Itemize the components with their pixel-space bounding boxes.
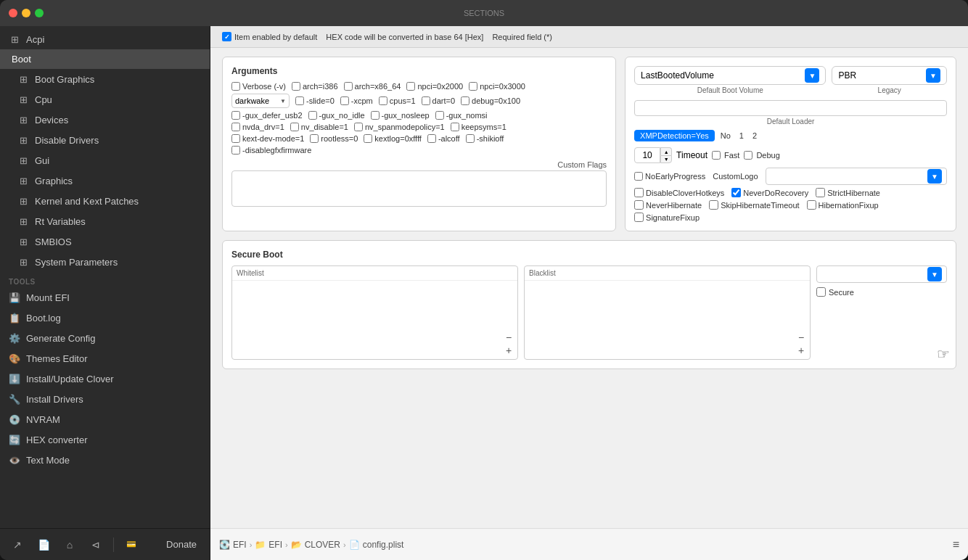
arg-slide[interactable]: -slide=0	[295, 96, 335, 105]
arg-gux-nosleep-checkbox[interactable]	[371, 111, 380, 120]
skip-hibernate-container[interactable]: SkipHibernateTimeout	[709, 200, 799, 210]
never-do-recovery-container[interactable]: NeverDoRecovery	[731, 188, 808, 197]
arg-kext-dev-mode-checkbox[interactable]	[231, 134, 240, 143]
arg-npci-3000[interactable]: npci=0x3000	[469, 82, 525, 91]
arg-shikioff-checkbox[interactable]	[466, 134, 475, 143]
sidebar-item-acpi[interactable]: Acpi	[0, 29, 210, 49]
arg-kext-dev-mode[interactable]: kext-dev-mode=1	[231, 134, 304, 143]
arg-arch-x86-64[interactable]: arch=x86_64	[344, 82, 401, 91]
sidebar-item-gui[interactable]: Gui	[0, 150, 210, 170]
arg-npci-2000[interactable]: npci=0x2000	[406, 82, 463, 91]
secure-type-arrow[interactable]: ▼	[927, 267, 942, 281]
sidebar-item-boot-graphics[interactable]: Boot Graphics	[0, 69, 210, 89]
xmp-detection-button[interactable]: XMPDetection=Yes	[634, 130, 715, 141]
pay-icon[interactable]: 💳	[120, 535, 143, 555]
arg-disablegfx-checkbox[interactable]	[231, 146, 240, 155]
debug-checkbox[interactable]	[744, 151, 752, 160]
sidebar-item-text-mode[interactable]: 👁️ Text Mode	[0, 450, 210, 470]
sidebar-item-boot-log[interactable]: 📋 Boot.log	[0, 308, 210, 328]
arg-cpus[interactable]: cpus=1	[379, 96, 416, 105]
sidebar-item-install-drivers[interactable]: 🔧 Install Drivers	[0, 389, 210, 409]
arg-alcoff[interactable]: -alcoff	[427, 134, 460, 143]
donate-button[interactable]: Donate	[159, 536, 204, 553]
arg-npci-3000-checkbox[interactable]	[469, 82, 477, 91]
xmp-no-button[interactable]: No	[718, 130, 734, 141]
secure-checkbox[interactable]	[816, 287, 826, 297]
item-enabled-checkbox[interactable]	[222, 32, 231, 41]
import-button[interactable]: 📄	[32, 535, 55, 555]
sidebar-item-disable-drivers[interactable]: Disable Drivers	[0, 130, 210, 150]
arg-gux-nomsi-checkbox[interactable]	[435, 111, 444, 120]
arg-gux-defer-checkbox[interactable]	[231, 111, 240, 120]
whitelist-remove-button[interactable]: −	[503, 332, 514, 343]
sidebar-item-kernel-kext[interactable]: Kernel and Kext Patches	[0, 191, 210, 211]
arg-gux-no-idle[interactable]: -gux_no_idle	[308, 111, 365, 120]
arg-debug-checkbox[interactable]	[461, 96, 469, 105]
arg-arch-i386[interactable]: arch=i386	[292, 82, 338, 91]
timeout-increment[interactable]: ▲	[660, 147, 672, 155]
arg-keepsyms[interactable]: keepsyms=1	[451, 123, 506, 131]
strict-hibernate-container[interactable]: StrictHibernate	[816, 188, 880, 197]
blacklist-add-button[interactable]: +	[795, 345, 807, 356]
arg-arch-x86-64-checkbox[interactable]	[344, 82, 353, 91]
export-button[interactable]: ↗	[6, 535, 29, 555]
timeout-input[interactable]	[634, 147, 660, 163]
signature-fixup-checkbox[interactable]	[634, 213, 644, 222]
breadcrumb-clover[interactable]: 📂 CLOVER	[291, 540, 340, 550]
arg-slide-checkbox[interactable]	[295, 96, 304, 105]
sidebar-item-nvram[interactable]: 💿 NVRAM	[0, 409, 210, 429]
arg-xcpm-checkbox[interactable]	[340, 96, 349, 105]
darkwake-select[interactable]: darkwake ▼	[231, 94, 290, 108]
timeout-decrement[interactable]: ▼	[660, 155, 672, 163]
blacklist-remove-button[interactable]: −	[795, 332, 807, 343]
arg-keepsyms-checkbox[interactable]	[451, 123, 459, 131]
sidebar-item-generate-config[interactable]: ⚙️ Generate Config	[0, 328, 210, 348]
breadcrumb-efi2[interactable]: 📁 EFI	[255, 540, 282, 550]
arg-nvda-drv[interactable]: nvda_drv=1	[231, 123, 284, 131]
arg-nv-disable-checkbox[interactable]	[290, 123, 299, 131]
signature-fixup-container[interactable]: SignatureFixup	[634, 213, 700, 222]
arg-shikioff[interactable]: -shikioff	[466, 134, 504, 143]
sidebar-item-mount-efi[interactable]: 💾 Mount EFI	[0, 287, 210, 308]
arg-cpus-checkbox[interactable]	[379, 96, 387, 105]
sidebar-item-devices[interactable]: Devices	[0, 110, 210, 130]
legacy-dropdown[interactable]: PBR ▼	[832, 66, 947, 85]
arg-npci-2000-checkbox[interactable]	[406, 82, 415, 91]
arg-gux-no-idle-checkbox[interactable]	[308, 111, 317, 120]
arg-xcpm[interactable]: -xcpm	[340, 96, 373, 105]
arg-debug[interactable]: debug=0x100	[461, 96, 520, 105]
arg-verbose-checkbox[interactable]	[231, 82, 240, 91]
arg-verbose[interactable]: Verbose (-v)	[231, 82, 286, 91]
breadcrumb-menu-button[interactable]: ≡	[953, 538, 959, 551]
disable-clover-hotkeys-container[interactable]: DisableCloverHotkeys	[634, 188, 724, 197]
never-hibernate-container[interactable]: NeverHibernate	[634, 200, 702, 210]
arg-gux-nomsi[interactable]: -gux_nomsi	[435, 111, 488, 120]
sidebar-item-boot[interactable]: Boot	[0, 49, 210, 69]
sidebar-item-system-parameters[interactable]: System Parameters	[0, 252, 210, 272]
sidebar-item-rt-variables[interactable]: Rt Variables	[0, 211, 210, 231]
never-hibernate-checkbox[interactable]	[634, 200, 644, 210]
default-boot-volume-arrow[interactable]: ▼	[805, 68, 819, 83]
sidebar-item-themes-editor[interactable]: 🎨 Themes Editor	[0, 348, 210, 368]
arg-dart[interactable]: dart=0	[422, 96, 456, 105]
fast-checkbox-container[interactable]: Fast	[712, 151, 739, 160]
arg-arch-i386-checkbox[interactable]	[292, 82, 300, 91]
custom-flags-input[interactable]	[231, 170, 607, 207]
arg-gux-defer[interactable]: -gux_defer_usb2	[231, 111, 303, 120]
arg-nv-spanmodepolicy-checkbox[interactable]	[354, 123, 363, 131]
arg-rootless-checkbox[interactable]	[310, 134, 319, 143]
sidebar-item-install-clover[interactable]: ⬇️ Install/Update Clover	[0, 368, 210, 389]
arg-kextlog-checkbox[interactable]	[364, 134, 372, 143]
secure-checkbox-container[interactable]: Secure	[816, 287, 947, 297]
arg-gux-nosleep[interactable]: -gux_nosleep	[371, 111, 430, 120]
home-button[interactable]: ⌂	[58, 535, 81, 555]
debug-checkbox-container[interactable]: Debug	[744, 151, 779, 160]
custom-logo-dropdown[interactable]: ▼	[766, 168, 947, 185]
never-do-recovery-checkbox[interactable]	[731, 188, 741, 197]
arg-nv-disable[interactable]: nv_disable=1	[290, 123, 348, 131]
skip-hibernate-checkbox[interactable]	[709, 200, 718, 210]
whitelist-add-button[interactable]: +	[503, 345, 514, 356]
secure-type-dropdown[interactable]: ▼	[816, 265, 947, 283]
arg-alcoff-checkbox[interactable]	[427, 134, 436, 143]
default-loader-input[interactable]	[634, 100, 947, 116]
